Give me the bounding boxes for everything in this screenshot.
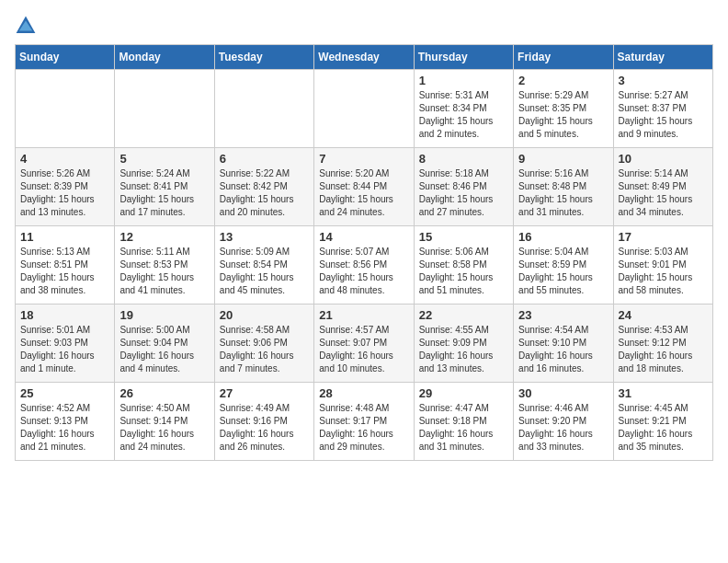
day-number: 4 <box>20 152 109 166</box>
calendar-cell: 6Sunrise: 5:22 AMSunset: 8:42 PMDaylight… <box>214 148 313 226</box>
calendar-cell: 10Sunrise: 5:14 AMSunset: 8:49 PMDayligh… <box>613 148 712 226</box>
day-number: 21 <box>319 308 408 322</box>
day-detail: Sunrise: 5:18 AMSunset: 8:46 PMDaylight:… <box>419 167 508 219</box>
day-detail: Sunrise: 5:31 AMSunset: 8:34 PMDaylight:… <box>419 89 508 141</box>
day-number: 11 <box>20 230 109 244</box>
weekday-header-tuesday: Tuesday <box>214 45 313 70</box>
day-detail: Sunrise: 5:01 AMSunset: 9:03 PMDaylight:… <box>20 324 109 375</box>
day-detail: Sunrise: 4:46 AMSunset: 9:20 PMDaylight:… <box>518 402 608 454</box>
calendar-cell <box>16 70 115 148</box>
day-number: 9 <box>518 152 608 166</box>
day-detail: Sunrise: 4:57 AMSunset: 9:07 PMDaylight:… <box>319 324 408 375</box>
day-number: 13 <box>220 230 309 244</box>
calendar-cell: 26Sunrise: 4:50 AMSunset: 9:14 PMDayligh… <box>115 383 214 461</box>
day-detail: Sunrise: 5:14 AMSunset: 8:49 PMDaylight:… <box>619 167 708 219</box>
day-number: 8 <box>419 152 508 166</box>
calendar-cell: 12Sunrise: 5:11 AMSunset: 8:53 PMDayligh… <box>115 226 214 304</box>
week-row-2: 4Sunrise: 5:26 AMSunset: 8:39 PMDaylight… <box>16 148 713 226</box>
day-number: 27 <box>220 386 309 400</box>
day-detail: Sunrise: 5:13 AMSunset: 8:51 PMDaylight:… <box>20 246 109 297</box>
day-number: 31 <box>619 386 708 400</box>
day-detail: Sunrise: 4:49 AMSunset: 9:16 PMDaylight:… <box>220 402 309 454</box>
calendar-cell: 21Sunrise: 4:57 AMSunset: 9:07 PMDayligh… <box>314 304 414 383</box>
calendar-cell: 11Sunrise: 5:13 AMSunset: 8:51 PMDayligh… <box>16 226 115 304</box>
day-detail: Sunrise: 4:53 AMSunset: 9:12 PMDaylight:… <box>619 324 708 375</box>
day-number: 22 <box>419 308 508 322</box>
day-number: 17 <box>619 230 708 244</box>
week-row-4: 18Sunrise: 5:01 AMSunset: 9:03 PMDayligh… <box>16 304 713 383</box>
day-number: 28 <box>319 386 408 400</box>
weekday-header-row: SundayMondayTuesdayWednesdayThursdayFrid… <box>16 45 713 70</box>
day-detail: Sunrise: 5:09 AMSunset: 8:54 PMDaylight:… <box>220 246 309 297</box>
day-number: 20 <box>220 308 309 322</box>
weekday-header-monday: Monday <box>115 45 214 70</box>
calendar-cell: 25Sunrise: 4:52 AMSunset: 9:13 PMDayligh… <box>16 383 115 461</box>
calendar-cell: 15Sunrise: 5:06 AMSunset: 8:58 PMDayligh… <box>414 226 513 304</box>
calendar-table: SundayMondayTuesdayWednesdayThursdayFrid… <box>15 44 713 461</box>
calendar-cell: 14Sunrise: 5:07 AMSunset: 8:56 PMDayligh… <box>314 226 414 304</box>
day-detail: Sunrise: 4:52 AMSunset: 9:13 PMDaylight:… <box>20 402 109 454</box>
day-detail: Sunrise: 4:48 AMSunset: 9:17 PMDaylight:… <box>319 402 408 454</box>
day-number: 5 <box>119 152 209 166</box>
day-detail: Sunrise: 5:26 AMSunset: 8:39 PMDaylight:… <box>20 167 109 219</box>
day-detail: Sunrise: 5:06 AMSunset: 8:58 PMDaylight:… <box>419 246 508 297</box>
day-detail: Sunrise: 5:20 AMSunset: 8:44 PMDaylight:… <box>319 167 408 219</box>
calendar-cell: 30Sunrise: 4:46 AMSunset: 9:20 PMDayligh… <box>514 383 613 461</box>
page-header <box>15 15 713 37</box>
day-detail: Sunrise: 5:24 AMSunset: 8:41 PMDaylight:… <box>119 167 209 219</box>
day-detail: Sunrise: 4:50 AMSunset: 9:14 PMDaylight:… <box>119 402 209 454</box>
logo <box>15 15 40 37</box>
calendar-cell <box>115 70 214 148</box>
day-number: 24 <box>619 308 708 322</box>
calendar-cell: 31Sunrise: 4:45 AMSunset: 9:21 PMDayligh… <box>613 383 712 461</box>
day-number: 12 <box>119 230 209 244</box>
week-row-1: 1Sunrise: 5:31 AMSunset: 8:34 PMDaylight… <box>16 70 713 148</box>
week-row-3: 11Sunrise: 5:13 AMSunset: 8:51 PMDayligh… <box>16 226 713 304</box>
day-detail: Sunrise: 5:27 AMSunset: 8:37 PMDaylight:… <box>619 89 708 141</box>
day-number: 15 <box>419 230 508 244</box>
day-number: 26 <box>119 386 209 400</box>
logo-icon <box>15 15 37 37</box>
day-detail: Sunrise: 5:22 AMSunset: 8:42 PMDaylight:… <box>220 167 309 219</box>
day-number: 7 <box>319 152 408 166</box>
day-number: 14 <box>319 230 408 244</box>
calendar-cell: 4Sunrise: 5:26 AMSunset: 8:39 PMDaylight… <box>16 148 115 226</box>
calendar-cell: 9Sunrise: 5:16 AMSunset: 8:48 PMDaylight… <box>514 148 613 226</box>
day-detail: Sunrise: 5:00 AMSunset: 9:04 PMDaylight:… <box>119 324 209 375</box>
day-number: 30 <box>518 386 608 400</box>
week-row-5: 25Sunrise: 4:52 AMSunset: 9:13 PMDayligh… <box>16 383 713 461</box>
calendar-cell: 2Sunrise: 5:29 AMSunset: 8:35 PMDaylight… <box>514 70 613 148</box>
weekday-header-friday: Friday <box>514 45 613 70</box>
calendar-cell: 29Sunrise: 4:47 AMSunset: 9:18 PMDayligh… <box>414 383 513 461</box>
day-number: 18 <box>20 308 109 322</box>
day-number: 19 <box>119 308 209 322</box>
calendar-cell: 5Sunrise: 5:24 AMSunset: 8:41 PMDaylight… <box>115 148 214 226</box>
day-detail: Sunrise: 4:47 AMSunset: 9:18 PMDaylight:… <box>419 402 508 454</box>
calendar-cell: 23Sunrise: 4:54 AMSunset: 9:10 PMDayligh… <box>514 304 613 383</box>
weekday-header-thursday: Thursday <box>414 45 513 70</box>
day-number: 29 <box>419 386 508 400</box>
calendar-cell: 3Sunrise: 5:27 AMSunset: 8:37 PMDaylight… <box>613 70 712 148</box>
calendar-cell: 24Sunrise: 4:53 AMSunset: 9:12 PMDayligh… <box>613 304 712 383</box>
day-detail: Sunrise: 4:54 AMSunset: 9:10 PMDaylight:… <box>518 324 608 375</box>
calendar-cell: 16Sunrise: 5:04 AMSunset: 8:59 PMDayligh… <box>514 226 613 304</box>
weekday-header-wednesday: Wednesday <box>314 45 414 70</box>
calendar-cell: 22Sunrise: 4:55 AMSunset: 9:09 PMDayligh… <box>414 304 513 383</box>
calendar-cell: 13Sunrise: 5:09 AMSunset: 8:54 PMDayligh… <box>214 226 313 304</box>
calendar-cell <box>214 70 313 148</box>
calendar-cell <box>314 70 414 148</box>
calendar-cell: 8Sunrise: 5:18 AMSunset: 8:46 PMDaylight… <box>414 148 513 226</box>
day-number: 6 <box>220 152 309 166</box>
calendar-cell: 18Sunrise: 5:01 AMSunset: 9:03 PMDayligh… <box>16 304 115 383</box>
day-detail: Sunrise: 5:16 AMSunset: 8:48 PMDaylight:… <box>518 167 608 219</box>
day-number: 1 <box>419 74 508 87</box>
day-number: 16 <box>518 230 608 244</box>
calendar-cell: 19Sunrise: 5:00 AMSunset: 9:04 PMDayligh… <box>115 304 214 383</box>
day-detail: Sunrise: 5:03 AMSunset: 9:01 PMDaylight:… <box>619 246 708 297</box>
calendar-cell: 28Sunrise: 4:48 AMSunset: 9:17 PMDayligh… <box>314 383 414 461</box>
day-number: 2 <box>518 74 608 87</box>
day-number: 10 <box>619 152 708 166</box>
day-detail: Sunrise: 4:58 AMSunset: 9:06 PMDaylight:… <box>220 324 309 375</box>
day-number: 3 <box>619 74 708 87</box>
calendar-cell: 7Sunrise: 5:20 AMSunset: 8:44 PMDaylight… <box>314 148 414 226</box>
